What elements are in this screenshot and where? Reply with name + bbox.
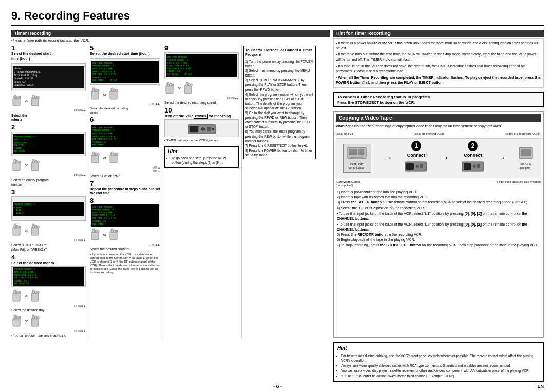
svg-rect-14: [35, 160, 37, 163]
step-3-number: 3: [11, 189, 86, 195]
step-6-hands: or: [90, 151, 160, 165]
step-6-number: 6: [90, 116, 160, 123]
or7: or: [103, 156, 106, 160]
svg-rect-4: [31, 98, 39, 106]
timer-intro: •Insert a tape with its record tab into …: [11, 38, 330, 43]
ccs-4: 4) Select the program number which you w…: [245, 92, 313, 110]
svg-point-83: [416, 165, 419, 168]
step-5: 5 Select the desired start time (hour) O…: [90, 45, 160, 115]
step-9-otp: ONE TIME PROGRAM PROGRAM NUMBER: 4 DATE …: [166, 54, 237, 77]
diagram-labels-row: Audio/Video Cables(not supplied) *Front …: [336, 180, 541, 188]
ccs-2: 2) Select main menu by pressing the MENU…: [245, 68, 313, 78]
step-10: 10 Turn off the VCR POWER for recording: [164, 107, 239, 143]
steps-col-2: 5 Select the desired start time (hour) O…: [88, 45, 162, 338]
svg-rect-51: [98, 153, 99, 156]
or9: or: [178, 86, 181, 90]
check-cancel-box: To Check, Correct, or Cancel a Timer Pro…: [243, 46, 316, 159]
svg-rect-66: [170, 83, 172, 86]
hint-timer-bullets: • If there is a power failure or the VCR…: [333, 38, 544, 88]
check-cancel-steps: 1) Turn the power on by pressing the POW…: [245, 59, 313, 157]
check-cancel-title: To Check, Correct, or Cancel a Timer Pro…: [245, 48, 313, 58]
svg-rect-23: [38, 226, 39, 228]
svg-rect-69: [186, 82, 188, 86]
ccs-8: 8) Press the POWER button to return to t…: [245, 148, 313, 157]
copy-step-l2-note: • To use the input jacks on the back of …: [336, 222, 541, 232]
svg-rect-41: [92, 88, 95, 92]
svg-rect-64: [166, 85, 173, 94]
step-8-desc: Select the desired channel: [90, 247, 160, 252]
copy-diagram: (Back of TV) (Back of Playing VCR) (Back…: [336, 132, 541, 136]
step-7-desc: Repeat the procedure in steps 5 and 6 to…: [90, 187, 160, 196]
front-jacks-note: *Front input jacks are also available: [496, 180, 541, 188]
svg-rect-3: [19, 96, 21, 99]
steps-area: 1 Select the desired starttime (hour) -M…: [11, 45, 330, 338]
svg-rect-24: [13, 293, 20, 301]
or-label: or: [25, 98, 28, 103]
step-1-desc-minute: Select theminute: [11, 114, 86, 123]
svg-rect-84: [420, 164, 423, 168]
cancel-timer-instruction: Press the STOP/EJECT button on the VCR.: [337, 100, 540, 105]
svg-rect-86: [464, 163, 471, 170]
vcr2-box: 2 Connect: [461, 141, 485, 175]
step-9-hands: or: [164, 81, 239, 96]
svg-rect-80: [351, 157, 363, 159]
copy-step-l1-note: • To use the input jacks on the back of …: [336, 211, 541, 221]
hint-bottom-title: Hint: [337, 345, 540, 352]
svg-rect-43: [98, 89, 99, 92]
hint-bullet-1: To go back one step, press the REW butto…: [172, 156, 236, 165]
svg-rect-73: [189, 126, 198, 133]
step-9-number: 9: [164, 45, 239, 51]
svg-rect-17: [14, 224, 16, 228]
step-9-image: ONE TIME PROGRAM PROGRAM NUMBER: 4 DATE …: [164, 52, 239, 79]
svg-rect-9: [14, 159, 16, 163]
svg-rect-18: [16, 225, 18, 228]
svg-rect-55: [116, 153, 118, 156]
step-1: 1 Select the desired starttime (hour) -M…: [11, 45, 86, 122]
hint-bullet-3: • If a tape is not in the VCR or does no…: [336, 64, 541, 74]
arrow-2: →: [440, 152, 449, 164]
step-5-image: ONE TIME PROGRAM PROGRAM NUMBER: 4 DATE …: [90, 58, 160, 85]
step-8-otp: ONE TIME PROGRAM PROGRAM NUMBER: 4 DATE …: [91, 204, 159, 227]
step-4-note: • You can program one year in advance.: [11, 333, 86, 338]
step-9-desc: Select the desired recording speed: [164, 101, 239, 105]
svg-rect-52: [110, 155, 117, 163]
step-8-image: ONE TIME PROGRAM PROGRAM NUMBER: 4 DATE …: [90, 205, 160, 226]
svg-rect-68: [184, 85, 192, 94]
svg-rect-50: [95, 153, 97, 156]
step-3-image: PROGRAM NUMBER: 4 ▶ ONCE DAILY WEEKLY: [11, 196, 86, 221]
svg-rect-13: [32, 159, 34, 163]
step-4-hands: or: [11, 289, 86, 303]
step-4-image: PROGRAM NUMBER: 4 DATE 0.5/0.3 MON START…: [11, 266, 86, 287]
timer-recording-header: Timer Recording: [11, 30, 330, 37]
svg-point-74: [201, 127, 205, 130]
connect1-label: Connect: [404, 152, 428, 159]
or6: or: [103, 92, 106, 97]
step-3-otp: PROGRAM NUMBER: 4 ▶ ONCE DAILY WEEKLY: [13, 202, 84, 215]
step-2-otp: PROGRAM NUMBER:4 ◁ DATE -- / -- START TI…: [13, 134, 84, 154]
steps-col-3: 9 ONE TIME PROGRAM PROGRAM NUMBER: 4 DAT…: [164, 45, 239, 338]
svg-rect-32: [13, 318, 20, 326]
svg-rect-29: [32, 290, 34, 294]
ccs-3: 3) Select "TIMER PROGRAM-MING" by pressi…: [245, 78, 313, 91]
svg-rect-7: [38, 96, 39, 99]
hint-box: Hint To go back one step, press the REW …: [164, 146, 239, 168]
step-4-otp: PROGRAM NUMBER: 4 DATE 0.5/0.3 MON START…: [13, 267, 84, 286]
svg-rect-35: [19, 316, 21, 319]
svg-rect-27: [19, 291, 21, 294]
step-2-hand: [11, 158, 23, 173]
step-10-title: Turn off the VCR POWER for recording: [164, 114, 239, 118]
svg-rect-5: [32, 95, 34, 99]
connect2-label: Connect: [461, 152, 485, 159]
svg-rect-78: [349, 149, 357, 155]
svg-rect-54: [114, 153, 116, 156]
step-1-menu: -MENU- ▶ TIMER PROGRAMMING AUTO REPEAT […: [13, 66, 84, 88]
step-5-number: 5: [90, 45, 160, 51]
step-1-image: -MENU- ▶ TIMER PROGRAMMING AUTO REPEAT […: [11, 63, 86, 91]
hint-bottom-bullets: For best results during dubbing, use the…: [337, 353, 540, 378]
step-5-hand: [90, 87, 101, 101]
rf-svg: [518, 146, 533, 162]
vcr1-box: 1 Connect: [404, 141, 428, 175]
svg-rect-6: [35, 96, 37, 99]
hint-bullet-4: • When all the Timer Recording are compl…: [336, 75, 541, 85]
svg-rect-40: [91, 91, 99, 99]
